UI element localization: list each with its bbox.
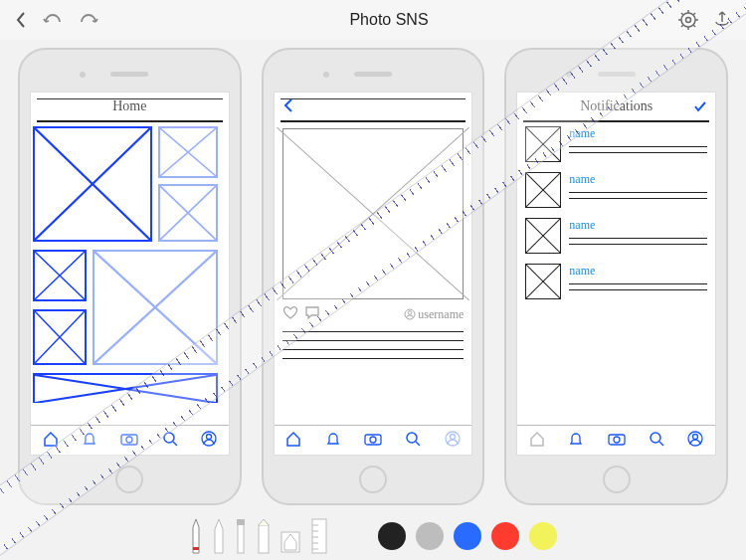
pencil-tool-icon[interactable] (213, 517, 225, 555)
profile-icon[interactable] (201, 431, 217, 451)
image-placeholder (158, 184, 218, 242)
color-swatch-black[interactable] (378, 522, 406, 550)
list-item[interactable]: name (525, 172, 707, 208)
svg-point-29 (206, 434, 211, 439)
bell-icon[interactable] (568, 431, 584, 451)
search-icon[interactable] (649, 431, 664, 451)
svg-point-40 (651, 433, 660, 443)
ruler-tool-icon[interactable] (310, 517, 328, 555)
svg-point-31 (409, 311, 413, 315)
svg-point-39 (614, 437, 620, 443)
svg-line-8 (693, 13, 695, 15)
design-canvas[interactable]: Home (0, 40, 746, 512)
mockup-phone-home: Home (18, 48, 242, 505)
svg-line-35 (416, 442, 420, 446)
gear-icon[interactable] (678, 10, 698, 30)
home-icon[interactable] (529, 431, 545, 451)
camera-icon[interactable] (120, 431, 138, 451)
notification-list: name name name name (517, 122, 715, 299)
bottom-toolbar (0, 512, 746, 560)
share-icon[interactable] (712, 10, 732, 30)
camera-icon[interactable] (364, 431, 382, 451)
highlighter-tool-icon[interactable] (257, 517, 271, 555)
tab-bar (31, 425, 229, 455)
image-placeholder (525, 126, 561, 162)
chevron-left-icon[interactable] (282, 98, 294, 116)
brush-tool-icon[interactable] (235, 517, 247, 555)
color-swatch-gray[interactable] (416, 522, 444, 550)
svg-point-34 (407, 433, 417, 443)
list-item[interactable]: name (525, 264, 707, 299)
username-label: username (404, 307, 464, 322)
undo-icon[interactable] (42, 12, 64, 28)
svg-rect-45 (238, 523, 244, 553)
back-icon[interactable] (14, 11, 28, 29)
tab-bar (275, 425, 472, 455)
svg-rect-47 (259, 525, 269, 553)
profile-icon[interactable] (687, 431, 703, 451)
svg-line-9 (681, 25, 683, 27)
image-placeholder (33, 250, 87, 301)
home-icon[interactable] (43, 431, 59, 451)
svg-rect-44 (193, 547, 199, 550)
color-swatch-red[interactable] (491, 522, 519, 550)
check-icon[interactable] (693, 98, 707, 116)
redo-icon[interactable] (78, 12, 99, 28)
svg-line-27 (173, 442, 177, 446)
mockup-phone-notifications: Notifications name name name (504, 48, 728, 505)
image-placeholder (93, 250, 218, 365)
app-toolbar: Photo SNS (0, 0, 746, 40)
svg-point-37 (450, 434, 455, 439)
image-placeholder (525, 172, 561, 208)
svg-rect-46 (237, 519, 245, 525)
mockup-phone-detail: username (262, 48, 485, 505)
list-item[interactable]: name (525, 218, 707, 254)
page-title: Photo SNS (349, 11, 428, 29)
camera-icon[interactable] (608, 431, 626, 451)
home-grid (31, 122, 229, 411)
bell-icon[interactable] (325, 431, 341, 451)
stencil-tool-icon[interactable] (280, 518, 300, 554)
pen-tool-icon[interactable] (189, 517, 203, 555)
profile-icon[interactable] (445, 431, 461, 451)
image-placeholder (525, 264, 561, 299)
svg-point-26 (164, 433, 174, 443)
image-placeholder (33, 373, 218, 403)
svg-rect-49 (312, 519, 326, 553)
color-swatch-yellow[interactable] (529, 522, 557, 550)
list-item[interactable]: name (525, 126, 707, 162)
screen-title-home: Home (112, 98, 146, 114)
home-icon[interactable] (285, 431, 301, 451)
tab-bar (517, 425, 715, 455)
svg-point-43 (693, 434, 698, 439)
screen-title-notifications: Notifications (580, 98, 653, 114)
color-swatch-blue[interactable] (454, 522, 481, 550)
heart-icon[interactable] (282, 305, 298, 323)
image-placeholder (33, 309, 87, 365)
svg-point-0 (681, 13, 695, 27)
comment-icon[interactable] (304, 305, 320, 323)
search-icon[interactable] (405, 431, 421, 451)
search-icon[interactable] (162, 431, 178, 451)
image-placeholder (282, 128, 465, 299)
bell-icon[interactable] (82, 431, 97, 451)
caption-lines (282, 331, 465, 359)
svg-line-6 (681, 13, 683, 15)
image-placeholder (33, 126, 152, 242)
image-placeholder (525, 218, 561, 254)
image-placeholder (158, 126, 218, 178)
svg-line-41 (659, 442, 663, 446)
svg-point-25 (126, 437, 132, 443)
svg-point-33 (370, 437, 376, 443)
svg-point-1 (686, 18, 691, 23)
svg-line-7 (693, 25, 695, 27)
